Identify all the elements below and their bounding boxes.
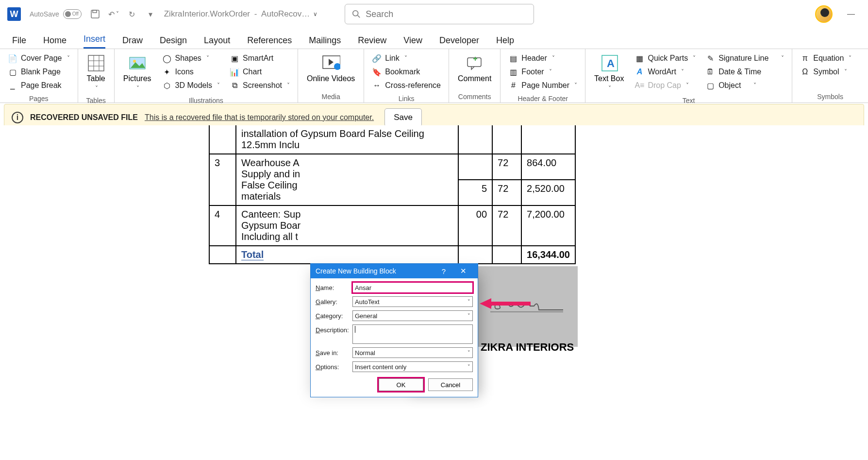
- document-title[interactable]: ZikraInterior.WorkOrder - AutoRecov… ∨: [164, 9, 318, 19]
- page-break-button[interactable]: ⎯Page Break: [5, 79, 73, 92]
- redo-icon[interactable]: ↻: [127, 9, 137, 19]
- shapes-button[interactable]: ◯Shapes˅: [159, 52, 223, 65]
- smartart-icon: ▣: [230, 53, 239, 63]
- bookmark-button[interactable]: 🔖Bookmark: [369, 66, 444, 78]
- symbol-button[interactable]: ΩSymbol˅: [797, 66, 854, 78]
- ribbon-group-illustrations: Pictures˅ ◯Shapes˅ ✦Icons ⬡3D Models˅ ▣S…: [115, 49, 298, 102]
- screenshot-button[interactable]: ⧉Screenshot˅: [227, 79, 293, 92]
- document-canvas[interactable]: installation of Gypsum Board False Ceili…: [0, 125, 868, 460]
- work-order-table: installation of Gypsum Board False Ceili…: [209, 125, 576, 264]
- signature-icon: ✎: [705, 53, 715, 63]
- object-button[interactable]: ▢Object ˅: [702, 79, 787, 92]
- save-icon[interactable]: [90, 9, 100, 19]
- drop-cap-button[interactable]: A≡Drop Cap˅: [632, 79, 699, 92]
- footer-icon: ▥: [508, 67, 518, 77]
- chart-icon: 📊: [230, 67, 239, 77]
- tab-file[interactable]: File: [12, 35, 26, 49]
- annotation-arrow: [480, 296, 533, 311]
- tab-draw[interactable]: Draw: [122, 35, 143, 49]
- signature-line-button[interactable]: ✎Signature Line ˅: [702, 52, 787, 65]
- options-combo[interactable]: Insert content only: [352, 361, 473, 372]
- dialog-title: Create New Building Block: [316, 267, 396, 275]
- wordart-icon: A: [634, 67, 644, 77]
- link-button[interactable]: 🔗Link˅: [369, 52, 444, 65]
- qat-more-icon[interactable]: ▾: [146, 9, 155, 19]
- description-field[interactable]: [352, 324, 473, 344]
- object-icon: ▢: [705, 81, 715, 90]
- tab-mailings[interactable]: Mailings: [309, 35, 341, 49]
- page-number-button[interactable]: #Page Number˅: [505, 79, 580, 92]
- recovery-message[interactable]: This is a recovered file that is tempora…: [145, 113, 374, 122]
- undo-icon[interactable]: ↶˅: [109, 9, 118, 19]
- header-button[interactable]: ▤Header˅: [505, 52, 580, 65]
- table-icon: [87, 54, 105, 72]
- svg-point-12: [334, 63, 340, 70]
- comment-icon: [466, 54, 484, 72]
- cross-reference-button[interactable]: ↔Cross-reference: [369, 79, 444, 92]
- cancel-button[interactable]: Cancel: [428, 378, 473, 391]
- category-combo[interactable]: General: [352, 310, 473, 321]
- tab-home[interactable]: Home: [43, 35, 67, 49]
- cover-page-icon: 📄: [8, 53, 17, 63]
- ribbon-group-tables: Table˅ Tables: [78, 49, 115, 102]
- tab-review[interactable]: Review: [358, 35, 386, 49]
- recovery-save-button[interactable]: Save: [384, 108, 422, 127]
- ribbon-group-header-footer: ▤Header˅ ▥Footer˅ #Page Number˅ Header &…: [501, 49, 585, 102]
- blank-page-button[interactable]: ▢Blank Page: [5, 66, 73, 78]
- savein-combo[interactable]: Normal: [352, 347, 473, 358]
- search-input[interactable]: [366, 9, 527, 19]
- comment-button[interactable]: Comment: [454, 52, 495, 85]
- pictures-button[interactable]: Pictures˅: [119, 52, 155, 94]
- dropcap-icon: A≡: [634, 81, 644, 90]
- date-time-button[interactable]: 🗓Date & Time: [702, 66, 787, 78]
- tab-references[interactable]: References: [247, 35, 292, 49]
- autosave-label: AutoSave: [30, 10, 59, 18]
- tab-developer[interactable]: Developer: [439, 35, 479, 49]
- search-box[interactable]: [345, 4, 534, 24]
- quick-parts-button[interactable]: ▦Quick Parts˅: [632, 52, 699, 65]
- building-block-dialog: Create New Building Block ? ✕ Name: Ansa…: [310, 263, 478, 397]
- ribbon-group-text: A Text Box˅ ▦Quick Parts˅ AWordArt˅ A≡Dr…: [585, 49, 792, 102]
- cover-page-button[interactable]: 📄Cover Page˅: [5, 52, 73, 65]
- autosave-toggle-group[interactable]: AutoSave: [30, 9, 82, 19]
- dialog-help-button[interactable]: ?: [434, 267, 453, 275]
- shapes-icon: ◯: [162, 53, 172, 63]
- cube-icon: ⬡: [162, 81, 172, 90]
- quick-parts-icon: ▦: [634, 53, 644, 63]
- page-number-icon: #: [508, 81, 518, 90]
- wordart-button[interactable]: AWordArt˅: [632, 66, 699, 78]
- autosave-toggle[interactable]: [63, 9, 82, 19]
- title-bar: W AutoSave ↶˅ ↻ ▾ ZikraInterior.WorkOrde…: [0, 0, 868, 28]
- category-label: Category:: [316, 312, 351, 320]
- table-row: 3 Wearhouse A Supply and in False Ceilin…: [209, 154, 575, 180]
- options-label: Options:: [316, 363, 351, 371]
- tab-insert[interactable]: Insert: [83, 34, 105, 49]
- tab-layout[interactable]: Layout: [204, 35, 230, 49]
- online-videos-button[interactable]: Online Videos: [303, 52, 359, 85]
- smartart-button[interactable]: ▣SmartArt: [227, 52, 293, 65]
- ribbon-group-symbols: πEquation˅ ΩSymbol˅ Symbols: [792, 49, 868, 102]
- chart-button[interactable]: 📊Chart: [227, 66, 293, 78]
- name-field[interactable]: Ansar: [352, 282, 473, 293]
- equation-button[interactable]: πEquation˅: [797, 52, 854, 65]
- dialog-close-button[interactable]: ✕: [453, 267, 473, 275]
- user-avatar[interactable]: [815, 5, 833, 23]
- symbol-icon: Ω: [800, 67, 810, 77]
- gallery-combo[interactable]: AutoText: [352, 296, 473, 307]
- word-app-icon: W: [7, 7, 21, 21]
- icons-button[interactable]: ✦Icons: [159, 66, 223, 78]
- equation-icon: π: [800, 53, 810, 63]
- tab-design[interactable]: Design: [160, 35, 187, 49]
- text-box-button[interactable]: A Text Box˅: [590, 52, 628, 94]
- ok-button[interactable]: OK: [379, 378, 423, 391]
- table-button[interactable]: Table˅: [83, 52, 109, 94]
- tab-view[interactable]: View: [403, 35, 422, 49]
- tab-help[interactable]: Help: [496, 35, 514, 49]
- svg-point-2: [353, 11, 358, 16]
- 3d-models-button[interactable]: ⬡3D Models˅: [159, 79, 223, 92]
- dialog-titlebar[interactable]: Create New Building Block ? ✕: [311, 264, 478, 278]
- minimize-button[interactable]: —: [841, 10, 861, 18]
- textbox-icon: A: [600, 54, 618, 72]
- name-label: Name:: [316, 284, 351, 291]
- footer-button[interactable]: ▥Footer˅: [505, 66, 580, 78]
